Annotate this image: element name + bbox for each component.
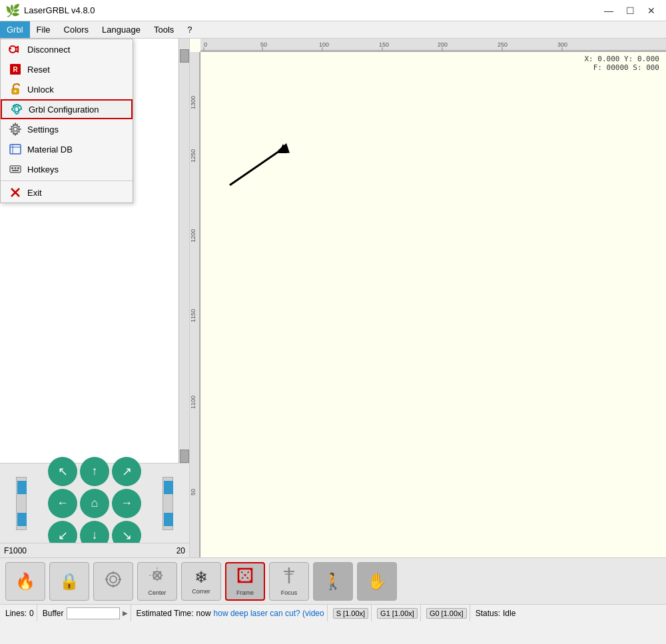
right-slider-handle-top[interactable] [164, 481, 173, 494]
svg-text:1150: 1150 [190, 309, 196, 322]
settings-label: Settings [27, 125, 59, 135]
g0-badge: G0 [1.00x] [426, 608, 467, 619]
minimize-button[interactable]: — [599, 4, 618, 17]
menu-item-unlock[interactable]: Unlock [1, 79, 133, 99]
menu-colors[interactable]: Colors [57, 21, 96, 38]
corner-label: Corner [192, 588, 210, 595]
scrollbar-vertical[interactable] [178, 39, 189, 463]
settings-icon [9, 123, 22, 136]
walk-button[interactable]: 🚶 [313, 562, 353, 601]
svg-rect-21 [17, 167, 19, 169]
corner-icon: ❄ [194, 568, 208, 587]
svg-rect-22 [12, 170, 19, 171]
ruler-left-svg: 1300 1250 1200 1150 1100 50 [190, 52, 200, 557]
menu-item-reset[interactable]: R Reset [1, 59, 133, 79]
speed-value-display: 20 [176, 546, 185, 555]
grbl-dropdown: Disconnect R Reset Unlock [0, 39, 133, 203]
s-section: S [1.00x] [330, 605, 372, 621]
frame-icon [236, 566, 254, 588]
menu-grbl[interactable]: Grbl [0, 21, 30, 38]
navigation-pad: ↖ ↑ ↗ ← ⌂ → ↙ ↓ ↘ [0, 463, 189, 543]
f-value-display: F1000 [4, 546, 27, 555]
hand-button[interactable]: ✋ [357, 562, 397, 601]
center-icon [148, 566, 166, 588]
nav-left-button[interactable]: ← [48, 489, 77, 518]
disconnect-icon [9, 43, 22, 56]
hotkeys-icon [9, 162, 22, 176]
config-icon [10, 103, 23, 116]
corner-button[interactable]: ❄ Corner [181, 562, 221, 601]
speed-slider-handle-top[interactable] [17, 481, 27, 494]
reset-label: Reset [27, 65, 50, 75]
menu-item-grbl-config[interactable]: Grbl Configuration [1, 99, 133, 119]
f-value-bar: F1000 20 [0, 543, 189, 557]
nav-home-button[interactable]: ⌂ [80, 489, 109, 518]
menu-file[interactable]: File [30, 21, 57, 38]
target-icon [104, 570, 123, 592]
menu-tools[interactable]: Tools [147, 21, 180, 38]
menu-item-disconnect[interactable]: Disconnect [1, 39, 133, 59]
status-value: Idle [503, 609, 515, 618]
menu-item-material-db[interactable]: Material DB [1, 139, 133, 159]
canvas-area: 0 50 100 150 200 250 300 1300 1250 [190, 39, 666, 557]
unlock-label: Unlock [27, 85, 54, 95]
statusbar: Lines: 0 Buffer ▶ Estimated Time: now ho… [0, 604, 666, 621]
svg-text:200: 200 [438, 41, 448, 48]
menu-item-settings[interactable]: Settings [1, 119, 133, 139]
fs-coords: F: 00000 S: 000 [584, 63, 659, 72]
estimated-section: Estimated Time: now how deep laser can c… [134, 605, 328, 621]
svg-rect-15 [10, 145, 21, 154]
center-label: Center [148, 589, 166, 596]
scroll-thumb-up[interactable] [180, 49, 189, 63]
scroll-thumb-down[interactable] [180, 450, 189, 463]
coords-display: X: 0.000 Y: 0.000 F: 00000 S: 000 [584, 55, 659, 72]
svg-text:50: 50 [190, 489, 196, 495]
lock-button[interactable]: 🔒 [49, 562, 89, 601]
speed-slider-handle-bottom[interactable] [17, 513, 27, 526]
right-slider-handle-bottom[interactable] [164, 513, 173, 526]
menu-language[interactable]: Language [95, 21, 147, 38]
svg-text:250: 250 [498, 41, 507, 48]
nav-right-button[interactable]: → [112, 489, 141, 518]
right-speed-slider [163, 477, 173, 530]
material-db-icon [9, 143, 22, 156]
estimated-label: Estimated Time: [137, 609, 194, 618]
svg-point-9 [15, 107, 19, 112]
menu-item-hotkeys[interactable]: Hotkeys [1, 159, 133, 179]
exit-icon [9, 186, 22, 199]
walk-icon: 🚶 [323, 572, 343, 591]
frame-button[interactable]: Frame [225, 562, 265, 601]
status-label: Status: [476, 609, 500, 618]
nav-grid: ↖ ↑ ↗ ← ⌂ → ↙ ↓ ↘ [48, 457, 141, 550]
left-speed-slider [16, 477, 27, 530]
svg-text:150: 150 [379, 41, 389, 48]
center-button[interactable]: Center [137, 562, 177, 601]
lines-value: 0 [29, 609, 34, 618]
exit-label: Exit [27, 188, 42, 198]
status-section: Status: Idle [473, 605, 519, 621]
focus-label: Focus [281, 589, 298, 596]
focus-button[interactable]: Focus [269, 562, 309, 601]
buffer-arrow: ▶ [123, 609, 128, 617]
maximize-button[interactable]: ☐ [621, 4, 639, 17]
unlock-icon [9, 83, 22, 96]
target-button[interactable] [93, 562, 133, 601]
ruler-top-svg: 0 50 100 150 200 250 300 [200, 39, 666, 51]
svg-point-14 [13, 127, 17, 131]
menu-help[interactable]: ? [180, 21, 198, 38]
g0-section: G0 [1.00x] [424, 605, 470, 621]
fire-button[interactable]: 🔥 [5, 562, 45, 601]
laser-link[interactable]: how deep laser can cut? (video [214, 609, 324, 618]
frame-label: Frame [236, 589, 254, 596]
menu-item-exit[interactable]: Exit [1, 182, 133, 202]
speed-slider-track[interactable] [16, 477, 27, 530]
fire-icon: 🔥 [15, 572, 35, 591]
svg-text:1100: 1100 [190, 396, 196, 409]
g1-badge: G1 [1.00x] [377, 608, 418, 619]
canvas-content [200, 52, 666, 557]
close-button[interactable]: ✕ [642, 4, 661, 17]
buffer-input[interactable] [67, 607, 120, 619]
app-title: LaserGRBL v4.8.0 [24, 5, 95, 15]
svg-rect-19 [11, 167, 13, 169]
right-slider-track[interactable] [163, 477, 173, 530]
